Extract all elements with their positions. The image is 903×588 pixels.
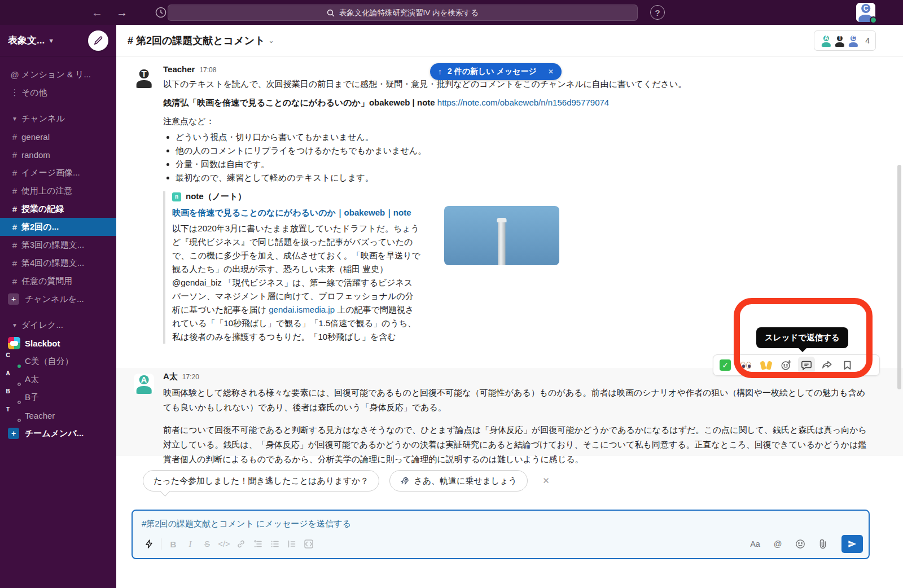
share-message-button[interactable] bbox=[818, 357, 835, 374]
sidebar-channel-session4[interactable]: #第4回の課題文... bbox=[0, 254, 116, 272]
code-block-button[interactable] bbox=[300, 536, 317, 552]
mention-button[interactable]: @ bbox=[769, 536, 786, 552]
sidebar-channel-images[interactable]: #イメージ画像... bbox=[0, 164, 116, 182]
bold-button[interactable]: B bbox=[165, 536, 182, 552]
bullet-item: 分量・回数は自由です。 bbox=[176, 157, 880, 171]
search-input[interactable]: 表象文化論特殊研究演習IV 内を検索する bbox=[168, 5, 638, 21]
send-button[interactable] bbox=[841, 535, 863, 553]
channels-section-header[interactable]: ▼ チャンネル bbox=[0, 109, 116, 128]
sidebar-channel-usage-notes[interactable]: #使用上の注意 bbox=[0, 182, 116, 200]
note-service-icon: n bbox=[172, 192, 181, 201]
bulleted-list-button[interactable] bbox=[266, 536, 283, 552]
sidebar-channel-class-records[interactable]: #授業の記録 bbox=[0, 200, 116, 218]
white-check-mark-emoji-icon: ✓ bbox=[720, 359, 731, 371]
new-messages-pill[interactable]: ↑ 2 件の新しい メッセージ ✕ bbox=[430, 63, 562, 80]
message-text: 前者について回復不可能であると判断する見方はなさそうなので、ひとまず論点は「身体… bbox=[163, 423, 867, 467]
attach-file-button[interactable] bbox=[814, 536, 831, 552]
link-button[interactable] bbox=[233, 536, 249, 552]
composer-input[interactable]: #第2回の課題文献とコメント にメッセージを送信する bbox=[133, 511, 869, 529]
sidebar-add-channel[interactable]: +チャンネルを... bbox=[0, 290, 116, 308]
sidebar-item-mentions[interactable]: @ メンション & リ... bbox=[0, 65, 116, 84]
avatar[interactable]: T bbox=[134, 68, 154, 88]
message-timestamp[interactable]: 17:20 bbox=[182, 373, 199, 381]
card-title-link[interactable]: 映画を倍速で見ることのなにがわるいのか｜obakeweb｜note bbox=[172, 205, 420, 220]
user-avatar[interactable]: C bbox=[856, 3, 875, 22]
sidebar-invite-members[interactable]: + チームメンバ... bbox=[0, 424, 116, 442]
history-clock-icon[interactable] bbox=[155, 6, 167, 19]
sidebar-channel-general[interactable]: #general bbox=[0, 128, 116, 146]
link-preview-card: n note（ノート） 映画を倍速で見ることのなにがわるいのか｜obakeweb… bbox=[163, 191, 880, 344]
code-button[interactable]: </> bbox=[216, 536, 233, 552]
blockquote-button[interactable] bbox=[283, 536, 300, 552]
close-icon[interactable]: ✕ bbox=[548, 68, 554, 76]
sidebar: 表象文... ▼ @ メンション & リ... ⋮ その他 ▼ チャンネル #g… bbox=[0, 25, 116, 588]
hash-icon: # bbox=[8, 204, 21, 214]
message-text: 映画体験として総称される様々な要素には、回復可能であるものと回復不可能な（可能性… bbox=[163, 385, 867, 415]
history-forward-button[interactable]: → bbox=[116, 7, 128, 18]
avatar: C bbox=[847, 34, 860, 47]
member-stack-button[interactable]: A T C 4 bbox=[814, 30, 876, 51]
offline-dot bbox=[16, 418, 22, 423]
scrollbar-thumb[interactable] bbox=[897, 165, 901, 389]
avatar: B bbox=[8, 391, 20, 403]
react-raised-hands-button[interactable] bbox=[757, 357, 774, 374]
react-check-mark-button[interactable]: ✓ bbox=[717, 357, 734, 374]
search-icon bbox=[327, 9, 335, 17]
strikethrough-button[interactable]: S bbox=[199, 536, 216, 552]
text-format-toggle[interactable]: Aa bbox=[747, 536, 764, 552]
chip-tail bbox=[160, 486, 170, 496]
italic-button[interactable]: I bbox=[182, 536, 199, 552]
shortcuts-lightning-button[interactable] bbox=[141, 536, 157, 552]
channel-title[interactable]: # 第2回の課題文献とコメント bbox=[128, 34, 265, 47]
reply-in-thread-button[interactable] bbox=[798, 357, 815, 374]
sidebar-dm-atai[interactable]: A A太 bbox=[0, 370, 116, 388]
thread-reply-tooltip: スレッドで返信する bbox=[756, 327, 848, 348]
react-eyes-button[interactable] bbox=[737, 357, 754, 374]
suggestion-chip-get-on-track[interactable]: さあ、軌道に乗せましょう bbox=[389, 470, 528, 492]
gendai-link[interactable]: gendai.ismedia.jp bbox=[269, 305, 335, 314]
history-back-button[interactable]: ← bbox=[91, 7, 103, 18]
card-thumbnail-image[interactable] bbox=[444, 206, 559, 265]
online-dot bbox=[16, 363, 22, 369]
ordered-list-button[interactable] bbox=[249, 536, 266, 552]
rocket-icon bbox=[400, 476, 409, 485]
note-url-link[interactable]: https://note.com/obakeweb/n/n156d9577907… bbox=[437, 98, 609, 107]
avatar: A bbox=[8, 373, 20, 385]
sidebar-channel-questions[interactable]: #任意の質問用 bbox=[0, 272, 116, 290]
save-bookmark-button[interactable] bbox=[839, 357, 856, 374]
sidebar-channel-random[interactable]: #random bbox=[0, 146, 116, 164]
slackbot-icon bbox=[8, 337, 20, 349]
bookmark-icon bbox=[843, 360, 852, 370]
plus-icon: + bbox=[8, 293, 19, 305]
workspace-switcher[interactable]: 表象文... ▼ bbox=[0, 25, 116, 56]
suggestion-chip-just-joined[interactable]: たった今参加しました！聞き逃したことはありますか？ bbox=[143, 470, 379, 492]
close-icon[interactable]: ✕ bbox=[542, 476, 550, 486]
sidebar-dm-cmi[interactable]: C C美（自分） bbox=[0, 352, 116, 370]
hash-icon: # bbox=[8, 150, 21, 160]
top-bar: ← → 表象文化論特殊研究演習IV 内を検索する ? C bbox=[0, 0, 903, 25]
dm-section-header[interactable]: ▼ ダイレク... bbox=[0, 316, 116, 334]
sidebar-item-more[interactable]: ⋮ その他 bbox=[0, 84, 116, 102]
sidebar-dm-slackbot[interactable]: Slackbot bbox=[0, 334, 116, 352]
more-actions-button[interactable]: ⋮ bbox=[859, 357, 876, 374]
message-composer[interactable]: #第2回の課題文献とコメント にメッセージを送信する B I S </> bbox=[131, 510, 870, 559]
message-author[interactable]: Teacher bbox=[163, 64, 195, 74]
emoji-picker-button[interactable] bbox=[792, 536, 809, 552]
sidebar-channel-session2-active[interactable]: #第2回の... bbox=[0, 218, 116, 236]
compose-button[interactable] bbox=[88, 30, 108, 51]
message-timestamp[interactable]: 17:08 bbox=[199, 66, 216, 74]
avatar[interactable]: A bbox=[134, 374, 154, 394]
message-actions-toolbar: ✓ ⋮ bbox=[713, 354, 880, 376]
sidebar-dm-bko[interactable]: B B子 bbox=[0, 388, 116, 406]
add-reaction-button[interactable] bbox=[778, 357, 795, 374]
hash-icon: # bbox=[8, 186, 21, 196]
member-count: 4 bbox=[865, 36, 870, 45]
help-button[interactable]: ? bbox=[650, 5, 665, 20]
sidebar-dm-teacher[interactable]: T Teacher bbox=[0, 406, 116, 424]
sidebar-channel-session3[interactable]: #第3回の課題文... bbox=[0, 236, 116, 254]
message-author[interactable]: A太 bbox=[163, 371, 178, 382]
triangle-down-icon: ▼ bbox=[8, 116, 21, 122]
hash-icon: # bbox=[8, 258, 21, 268]
avatar: A bbox=[820, 34, 832, 47]
plus-icon: + bbox=[8, 428, 19, 439]
